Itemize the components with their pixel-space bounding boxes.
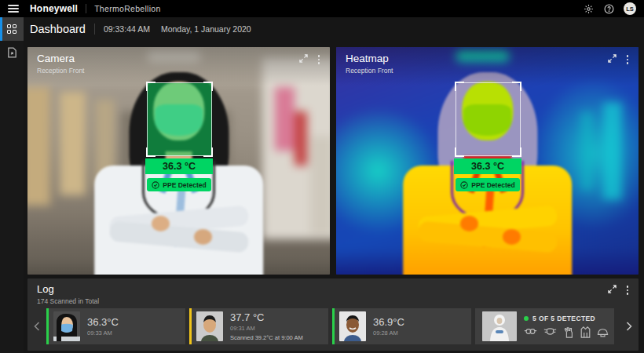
scan-thumbnail-man bbox=[196, 311, 223, 341]
ppe-status-dot bbox=[524, 316, 529, 321]
heatmap-face-detection-box bbox=[456, 82, 521, 156]
main-content: Dashboard 09:33:44 AM Monday, 1 January … bbox=[24, 17, 644, 353]
scan-thumbnail-ppe-suit bbox=[482, 311, 517, 341]
ppe-goggles-icon bbox=[524, 326, 537, 337]
camera-panel: Camera Reception Front bbox=[27, 47, 330, 275]
camera-location: Reception Front bbox=[37, 67, 84, 75]
log-entry[interactable]: 37.7 °C 09:31 AM Scanned 39.2°C at 9:00 … bbox=[189, 308, 328, 344]
header-divider bbox=[94, 24, 95, 35]
log-entry[interactable]: 36.3°C 09:33 AM bbox=[46, 308, 185, 344]
log-entry-time: 09:31 AM bbox=[230, 325, 303, 332]
log-entry-ppe[interactable]: 5 OF 5 DETECTED bbox=[475, 308, 614, 344]
camera-kebab-menu-icon[interactable] bbox=[316, 54, 323, 65]
camera-expand-icon[interactable] bbox=[299, 54, 308, 63]
log-panel: Log 174 Scanned in Total bbox=[27, 278, 639, 351]
product-name: ThermoRebellion bbox=[94, 4, 160, 13]
heatmap-ppe-label: PPE Detected bbox=[471, 181, 514, 189]
help-icon[interactable] bbox=[603, 3, 614, 14]
current-time: 09:33:44 AM bbox=[104, 24, 150, 34]
sidebar-item-reports[interactable] bbox=[0, 41, 24, 64]
ppe-vest-icon bbox=[580, 326, 591, 338]
camera-panel-title: Camera bbox=[37, 53, 84, 64]
ppe-detected-label: 5 OF 5 DETECTED bbox=[532, 315, 595, 322]
ppe-gloves-icon bbox=[563, 326, 574, 338]
ppe-mask-icon bbox=[543, 326, 557, 337]
honeywell-logo: Honeywell bbox=[30, 3, 78, 14]
ppe-helmet-icon bbox=[597, 326, 609, 337]
report-document-icon bbox=[7, 47, 17, 58]
log-entry-temperature: 37.7 °C bbox=[230, 311, 303, 323]
heatmap-temperature-readout: 36.3 °C bbox=[454, 158, 521, 174]
heatmap-location: Reception Front bbox=[346, 67, 393, 75]
settings-gear-icon[interactable] bbox=[583, 3, 594, 14]
heatmap-panel: Heatmap Reception Front bbox=[336, 47, 639, 275]
camera-ppe-label: PPE Detected bbox=[163, 181, 206, 189]
camera-face-detection-box bbox=[147, 82, 212, 156]
user-avatar[interactable]: LS bbox=[624, 2, 636, 15]
current-date: Monday, 1 January 2020 bbox=[161, 24, 251, 34]
ppe-icon-row bbox=[524, 326, 609, 338]
scan-thumbnail-woman-mask bbox=[53, 311, 80, 341]
thermorebellion-app: Honeywell ThermoRebellion LS bbox=[0, 0, 644, 353]
log-kebab-menu-icon[interactable] bbox=[624, 285, 631, 296]
scan-thumbnail-man-smiling bbox=[339, 311, 366, 341]
check-circle-icon bbox=[460, 181, 468, 189]
carousel-prev-icon[interactable] bbox=[27, 322, 46, 331]
heatmap-ppe-badge: PPE Detected bbox=[456, 178, 520, 191]
carousel-next-icon[interactable] bbox=[620, 322, 639, 331]
page-title: Dashboard bbox=[30, 23, 86, 35]
camera-ppe-badge: PPE Detected bbox=[147, 178, 211, 191]
log-entry-temperature: 36.9°C bbox=[373, 316, 404, 328]
log-entry-note: Scanned 39.2°C at 9:00 AM bbox=[230, 334, 303, 341]
heatmap-kebab-menu-icon[interactable] bbox=[624, 54, 631, 65]
log-entry-time: 09:28 AM bbox=[373, 329, 404, 337]
log-title: Log bbox=[37, 283, 99, 295]
dashboard-grid-icon bbox=[7, 24, 16, 34]
log-entry[interactable]: 36.9°C 09:28 AM bbox=[332, 308, 471, 344]
log-expand-icon[interactable] bbox=[608, 285, 617, 293]
topbar-divider bbox=[86, 4, 86, 13]
log-carousel: 36.3°C 09:33 AM bbox=[27, 308, 639, 344]
top-bar: Honeywell ThermoRebellion LS bbox=[0, 0, 644, 17]
check-circle-icon bbox=[152, 181, 159, 189]
heatmap-expand-icon[interactable] bbox=[608, 54, 617, 63]
log-entry-time: 09:33 AM bbox=[87, 329, 119, 337]
camera-temperature-readout: 36.3 °C bbox=[145, 158, 213, 174]
page-header: Dashboard 09:33:44 AM Monday, 1 January … bbox=[24, 17, 644, 41]
panel-row: Camera Reception Front bbox=[24, 41, 644, 275]
heatmap-panel-title: Heatmap bbox=[346, 53, 393, 64]
hamburger-menu-icon[interactable] bbox=[8, 5, 19, 13]
sidebar-item-dashboard[interactable] bbox=[0, 17, 24, 41]
sidebar bbox=[0, 17, 24, 353]
log-subtitle: 174 Scanned in Total bbox=[37, 297, 99, 305]
log-entry-temperature: 36.3°C bbox=[87, 316, 119, 328]
